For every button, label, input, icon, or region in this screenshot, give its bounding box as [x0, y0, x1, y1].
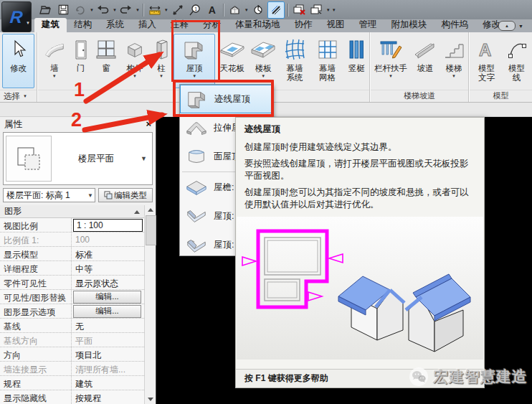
- ramp-icon: [414, 37, 437, 62]
- edit-type-button[interactable]: 编辑类型: [98, 188, 153, 202]
- tab-component-dock[interactable]: 构件坞: [434, 18, 476, 32]
- component-button[interactable]: 构件 ▼: [120, 34, 149, 88]
- tag-by-category-button[interactable]: 1: [187, 2, 203, 18]
- aligned-dimension-button[interactable]: [170, 2, 186, 18]
- group-header-graphics[interactable]: 图形: [0, 205, 144, 218]
- tab-systems[interactable]: 系统: [99, 18, 131, 32]
- mullion-button[interactable]: 竖梃: [344, 34, 369, 88]
- section-icon: [252, 4, 264, 16]
- annotation-step-2: 2: [71, 109, 82, 131]
- scroll-up-arrow[interactable]: [146, 206, 154, 214]
- floor-dropdown-caret[interactable]: ▼: [261, 73, 265, 79]
- tab-structure[interactable]: 结构: [67, 18, 99, 32]
- annotation-box-roof-button: [171, 20, 220, 82]
- property-row-graphic-display-options: 图形显示选项 编辑...: [0, 304, 144, 319]
- railing-dropdown-caret[interactable]: ▼: [389, 73, 393, 79]
- default-3d-view-button[interactable]: [227, 2, 243, 18]
- tooltip-title: 迹线屋顶: [236, 118, 484, 137]
- stair-dropdown-caret[interactable]: ▼: [452, 73, 456, 79]
- modify-button[interactable]: 修改: [2, 34, 34, 88]
- model-line-button[interactable]: 模型 线: [503, 34, 531, 88]
- property-row-view-scale: 视图比例 1 : 100: [0, 218, 144, 232]
- open-button[interactable]: [38, 2, 54, 18]
- properties-close-button[interactable]: ×: [146, 119, 151, 129]
- save-icon: [58, 4, 69, 15]
- property-row-parts-visibility: 零件可见性 显示原状态: [0, 276, 144, 290]
- select-dropdown[interactable]: 选择 ▼: [0, 90, 37, 102]
- group-collapse-icon[interactable]: [134, 208, 140, 215]
- tab-manage[interactable]: 管理: [352, 18, 384, 32]
- svg-text:A: A: [479, 40, 491, 60]
- visibility-edit-button[interactable]: 编辑...: [73, 291, 141, 304]
- 3d-view-dropdown-caret[interactable]: ▼: [244, 8, 249, 12]
- tab-massing-site[interactable]: 体量和场地: [228, 18, 288, 32]
- open-folder-icon: [39, 5, 52, 15]
- tab-view[interactable]: 视图: [320, 18, 352, 32]
- save-button[interactable]: [55, 2, 71, 18]
- wechat-icon: [409, 367, 429, 387]
- undo-button[interactable]: [95, 2, 111, 18]
- type-selector-caret[interactable]: ▼: [141, 155, 152, 162]
- panel-select: 修改 选择 ▼: [0, 32, 37, 102]
- tooltip-paragraph-1: 创建屋顶时使用建筑迹线定义其边界。: [236, 137, 484, 154]
- application-menu-button[interactable]: R ▼: [1, 1, 32, 32]
- type-selector[interactable]: 楼层平面 ▼: [3, 132, 153, 185]
- switch-windows-caret[interactable]: ▼: [326, 8, 331, 12]
- window-button[interactable]: 窗: [93, 34, 119, 88]
- footprint-roof-tooltip: 迹线屋顶 创建屋顶时使用建筑迹线定义其边界。 要按照迹线创建屋顶，请打开楼层平面…: [235, 117, 485, 388]
- watermark-text: 宏建智慧建造: [433, 367, 528, 387]
- sync-with-central-button[interactable]: [72, 2, 88, 18]
- ribbon-collapse-icon: ▲: [498, 21, 516, 31]
- curtain-system-button[interactable]: 幕墙 系统: [279, 34, 310, 88]
- properties-table: 图形 视图比例 1 : 100 比例值 1: 100 显示模型 标准 详细程度 …: [0, 205, 144, 404]
- measure-dropdown-caret[interactable]: ▼: [164, 8, 168, 12]
- type-preview-icon: [6, 136, 52, 182]
- thin-lines-toggle[interactable]: [267, 1, 285, 19]
- window-icon: [95, 37, 117, 62]
- type-selector-value: 楼层平面: [52, 153, 141, 165]
- instance-selector[interactable]: 楼层平面: 标高 1 ▼: [3, 188, 95, 202]
- tab-collaborate[interactable]: 协作: [288, 18, 320, 32]
- home-3d-icon: [229, 4, 241, 15]
- curtain-system-icon: [284, 37, 305, 62]
- measure-button[interactable]: [147, 2, 163, 18]
- sync-dropdown-caret[interactable]: ▼: [90, 8, 94, 12]
- wall-button[interactable]: 墙 ▼: [41, 34, 68, 88]
- railing-button[interactable]: 栏杆扶手 ▼: [371, 34, 410, 88]
- annotation-box-footprint-roof: [173, 80, 274, 117]
- model-text-button[interactable]: A 模型 文字: [472, 34, 502, 88]
- tab-architecture[interactable]: 建筑: [34, 18, 67, 32]
- qat-separator: [223, 4, 224, 17]
- close-hidden-windows-button[interactable]: [292, 2, 308, 18]
- wall-icon: [44, 37, 65, 62]
- door-icon: [72, 37, 90, 62]
- thin-lines-icon: [271, 5, 281, 15]
- redo-dropdown-caret[interactable]: ▼: [136, 8, 140, 12]
- tab-insert[interactable]: 插入: [131, 18, 163, 32]
- tag-icon: 1: [189, 4, 201, 16]
- ribbon-state-toggle[interactable]: ▲ ▼: [498, 21, 523, 31]
- text-button[interactable]: A: [204, 2, 220, 18]
- scroll-down-arrow[interactable]: [146, 395, 154, 403]
- column-button[interactable]: 柱 ▼: [151, 34, 173, 88]
- tab-addins[interactable]: 附加模块: [384, 18, 434, 32]
- scroll-thumb[interactable]: [146, 215, 156, 245]
- undo-dropdown-caret[interactable]: ▼: [113, 8, 117, 12]
- properties-scrollbar[interactable]: [144, 205, 156, 404]
- column-dropdown-caret[interactable]: ▼: [159, 73, 163, 79]
- customize-qat-caret[interactable]: ▼: [332, 8, 336, 12]
- switch-windows-button[interactable]: [309, 2, 325, 18]
- section-button[interactable]: [250, 2, 266, 18]
- tooltip-paragraph-2: 要按照迹线创建屋顶，请打开楼层平面视图或天花板投影平面视图。: [236, 154, 484, 182]
- property-row-underlay-orientation: 基线方向 平面: [0, 333, 144, 347]
- wall-dropdown-caret[interactable]: ▼: [52, 73, 57, 79]
- component-dropdown-caret[interactable]: ▼: [133, 73, 137, 79]
- view-scale-value: 1 : 100: [73, 219, 143, 232]
- quick-access-toolbar: ▼ ▼ ▼ ▼ 1 A: [0, 0, 532, 19]
- redo-button[interactable]: [118, 2, 134, 18]
- ramp-button[interactable]: 坡道: [412, 34, 439, 88]
- curtain-grid-button[interactable]: 幕墙 网格: [312, 34, 343, 88]
- graphic-options-edit-button[interactable]: 编辑...: [73, 305, 141, 318]
- stair-button[interactable]: 楼梯 ▼: [440, 34, 467, 88]
- roof-soffit-icon: [184, 178, 209, 197]
